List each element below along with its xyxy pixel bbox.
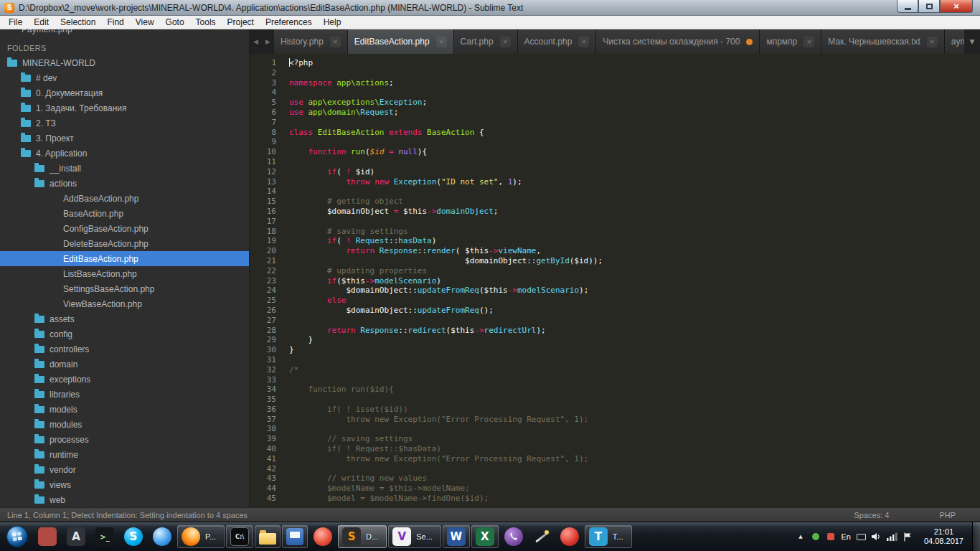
editor-tab[interactable]: мпрмпр× <box>760 29 821 54</box>
editor-tab[interactable]: Мак. Чернышевская.txt× <box>821 29 945 54</box>
taskbar-button-red-app[interactable] <box>34 525 61 548</box>
editor-tab[interactable]: Cart.php× <box>454 29 518 54</box>
close-button[interactable]: × <box>940 0 973 13</box>
sidebar-folder[interactable]: processes <box>0 432 249 447</box>
code-line: 36 if( ! isset($id)) <box>250 405 980 415</box>
sidebar-folder[interactable]: __install <box>0 161 249 176</box>
menu-item-project[interactable]: Project <box>222 17 260 27</box>
taskbar-button-v-app[interactable]: VSe... <box>388 525 441 548</box>
tab-close-icon[interactable]: × <box>927 37 938 47</box>
sidebar-file[interactable]: AddBaseAction.php <box>0 191 249 206</box>
sidebar-file[interactable]: SettingsBaseAction.php <box>0 281 249 296</box>
sidebar-folder[interactable]: 1. Задачи. Требования <box>0 100 249 116</box>
code-editor[interactable]: 1<?php23namespace app\actions;45use app\… <box>250 54 980 507</box>
taskbar-button-red-ball[interactable] <box>556 525 583 548</box>
taskbar-button-red-swirl[interactable] <box>309 525 336 548</box>
menu-item-file[interactable]: File <box>3 17 28 27</box>
taskbar-button-console[interactable]: >_ <box>91 525 118 548</box>
title-bar[interactable]: S D:\Dropbox\2_move\work-projects\MINERA… <box>0 0 980 16</box>
taskbar-clock[interactable]: 21:01 04.08.2017 <box>917 527 971 546</box>
v-app-icon: V <box>392 527 411 546</box>
menu-item-view[interactable]: View <box>130 17 160 27</box>
sidebar-folder[interactable]: assets <box>0 311 249 326</box>
taskbar-button-wand[interactable] <box>529 525 555 548</box>
language-indicator[interactable]: En <box>841 531 850 542</box>
sidebar-folder[interactable]: MINERAL-WORLD <box>0 55 249 70</box>
taskbar-button-a-player[interactable]: A <box>62 525 90 548</box>
sidebar-file[interactable]: DeleteBaseAction.php <box>0 236 249 251</box>
sidebar-folder[interactable]: modules <box>0 417 249 432</box>
app-status-icon[interactable] <box>826 531 835 542</box>
line-number: 38 <box>250 424 286 434</box>
taskbar-button-browser-ball[interactable] <box>149 525 176 548</box>
editor-tab[interactable]: History.php× <box>274 29 348 54</box>
taskbar-button-viber[interactable] <box>500 525 527 548</box>
sidebar-folder[interactable]: domain <box>0 357 249 372</box>
minimize-button[interactable] <box>897 0 918 13</box>
sidebar-folder[interactable]: 0. Документация <box>0 85 249 100</box>
indentation-status[interactable]: Spaces: 4 <box>854 511 889 519</box>
sidebar-file[interactable]: ListBaseAction.php <box>0 266 249 281</box>
antivirus-status-icon[interactable] <box>811 531 820 542</box>
start-button[interactable] <box>6 525 29 548</box>
sidebar-folder[interactable]: # dev <box>0 70 249 85</box>
sidebar-file[interactable]: ConfigBaseAction.php <box>0 221 249 236</box>
sidebar-folder[interactable]: actions <box>0 176 249 191</box>
taskbar-button-word[interactable]: W <box>443 525 470 548</box>
taskbar-button-skype[interactable]: S <box>120 525 147 548</box>
taskbar-button-excel[interactable]: X <box>471 525 499 548</box>
sidebar-folder[interactable]: 4. Application <box>0 146 249 161</box>
sidebar-folder[interactable]: controllers <box>0 342 249 357</box>
taskbar-button-cmd[interactable]: C:\ <box>226 525 253 548</box>
tab-close-icon[interactable]: × <box>578 37 589 47</box>
sidebar-folder[interactable]: config <box>0 326 249 342</box>
tab-close-icon[interactable]: × <box>500 37 511 47</box>
tab-overflow-icon[interactable]: ▼ <box>964 29 980 54</box>
menu-item-preferences[interactable]: Preferences <box>260 17 318 27</box>
code-text: return Response::redirect($this->redirec… <box>286 326 546 336</box>
taskbar-button-blue-app[interactable] <box>282 525 308 548</box>
sidebar-file[interactable]: ViewBaseAction.php <box>0 296 249 311</box>
sidebar-folder[interactable]: runtime <box>0 447 249 462</box>
menu-item-tools[interactable]: Tools <box>190 17 222 27</box>
network-icon[interactable] <box>887 531 897 542</box>
menu-item-help[interactable]: Help <box>318 17 347 27</box>
sublime-text-window: S D:\Dropbox\2_move\work-projects\MINERA… <box>0 0 980 551</box>
open-file-item-clipped[interactable]: Payment.php <box>0 29 249 39</box>
tab-scroll-right-icon[interactable]: ▶ <box>262 29 274 54</box>
sidebar-folder[interactable]: vendor <box>0 462 249 477</box>
menu-item-goto[interactable]: Goto <box>160 17 190 27</box>
editor-tab[interactable]: Чистка системы охлаждения - 700 <box>596 29 760 54</box>
sidebar-folder[interactable]: web <box>0 492 249 507</box>
tab-scroll-left-icon[interactable]: ◀ <box>250 29 262 54</box>
show-desktop-button[interactable] <box>972 522 980 551</box>
taskbar-button-folder[interactable] <box>255 525 281 548</box>
tab-close-icon[interactable]: × <box>436 37 447 47</box>
sidebar-folder[interactable]: 2. ТЗ <box>0 116 249 131</box>
taskbar-button-firefox[interactable]: P... <box>177 525 225 548</box>
display-settings-icon[interactable] <box>857 531 866 542</box>
tree-item-label: exceptions <box>50 375 90 385</box>
sidebar-file[interactable]: EditBaseAction.php <box>0 251 249 266</box>
menu-item-selection[interactable]: Selection <box>55 17 101 27</box>
menu-item-edit[interactable]: Edit <box>28 17 55 27</box>
action-center-icon[interactable] <box>903 531 913 542</box>
sidebar-folder[interactable]: 3. Проект <box>0 131 249 146</box>
taskbar-button-sublime[interactable]: SD... <box>338 525 387 548</box>
volume-icon[interactable] <box>872 531 881 542</box>
sidebar-folder[interactable]: views <box>0 477 249 492</box>
sidebar-folder[interactable]: models <box>0 402 249 417</box>
editor-tab[interactable]: Account.php× <box>518 29 597 54</box>
editor-tab[interactable]: ayment.php× <box>945 29 964 54</box>
tab-close-icon[interactable]: × <box>330 37 341 47</box>
menu-item-find[interactable]: Find <box>101 17 129 27</box>
sidebar-folder[interactable]: exceptions <box>0 372 249 387</box>
taskbar-button-t-app[interactable]: TT... <box>585 525 632 548</box>
sidebar-file[interactable]: BaseAction.php <box>0 206 249 221</box>
tab-close-icon[interactable]: × <box>804 37 814 47</box>
tray-expand-icon[interactable]: ▲ <box>796 531 805 542</box>
maximize-button[interactable] <box>918 0 940 13</box>
sidebar-folder[interactable]: libraries <box>0 387 249 402</box>
editor-tab[interactable]: EditBaseAction.php× <box>348 29 454 54</box>
syntax-status[interactable]: PHP <box>939 511 956 519</box>
